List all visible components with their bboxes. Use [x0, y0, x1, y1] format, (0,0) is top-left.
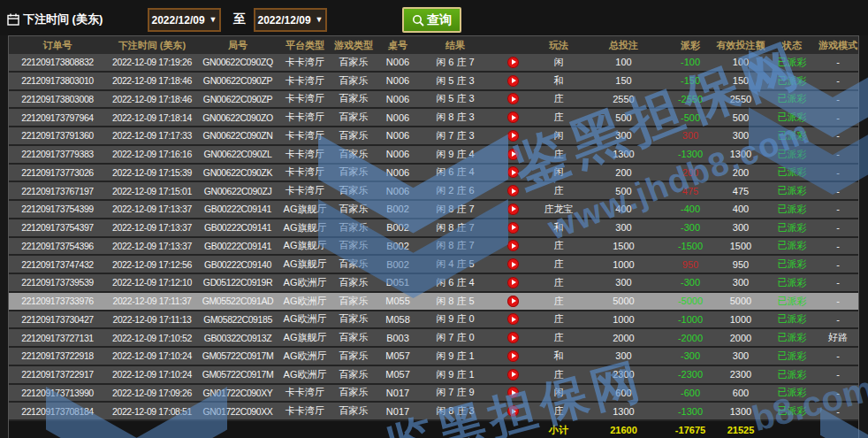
cell-valid-bet: 300 [715, 277, 766, 288]
table-row[interactable]: 221209173791360 2022-12-09 17:17:33 GN00… [9, 127, 858, 146]
cell-table-no: N006 [375, 130, 421, 141]
cell-game-mode: - [818, 186, 858, 196]
cell-payout: -500 [666, 112, 715, 123]
table-row[interactable]: 221209173722917 2022-12-09 17:10:24 GM05… [9, 366, 858, 385]
cell-platform: 卡卡湾厅 [278, 56, 332, 69]
cell-status: 已派彩 [766, 404, 818, 418]
play-replay-button[interactable] [507, 166, 519, 178]
play-replay-button[interactable] [507, 185, 519, 196]
table-row[interactable]: 221209173747432 2022-12-09 17:12:56 GB00… [9, 256, 858, 274]
cell-result: 闲 8 庄 7 [421, 221, 490, 234]
bet-time-filter-label: 下注时间 (美东) [7, 12, 103, 27]
cell-game-type: 百家乐 [332, 74, 375, 88]
play-replay-button[interactable] [507, 149, 519, 160]
table-row[interactable]: 221209173803008 2022-12-09 17:18:46 GN00… [9, 91, 858, 110]
cell-bet-time: 2022-12-09 17:13:37 [106, 222, 198, 233]
cell-status: 已派彩 [766, 386, 818, 399]
play-replay-button[interactable] [507, 313, 519, 325]
cell-payout: 950 [666, 259, 715, 270]
cell-valid-bet: 2000 [715, 333, 766, 343]
cell-valid-bet: 100 [715, 57, 766, 67]
table-row[interactable]: 221209173708184 2022-12-09 17:08:51 GN01… [9, 403, 858, 421]
table-row[interactable]: 221209173779383 2022-12-09 17:16:16 GN00… [9, 146, 858, 165]
cell-game-mode: 好路 [818, 331, 858, 344]
chevron-down-icon: ▼ [209, 16, 217, 24]
cell-bet-time: 2022-12-09 17:18:46 [106, 75, 198, 86]
cell-replay [490, 277, 536, 288]
table-row[interactable]: 221209173803010 2022-12-09 17:18:46 GN00… [9, 73, 858, 91]
play-replay-button[interactable] [507, 405, 519, 417]
cell-game-mode: - [818, 259, 858, 270]
play-replay-button[interactable] [507, 204, 519, 215]
cell-play-type: 闲 [536, 386, 582, 399]
play-replay-button[interactable] [507, 277, 519, 288]
cell-valid-bet: 150 [715, 75, 766, 86]
table-row[interactable]: 221209173733976 2022-12-09 17:11:37 GM05… [9, 293, 858, 311]
play-replay-button[interactable] [507, 332, 519, 343]
cell-platform: AG旗舰厅 [278, 257, 332, 271]
play-replay-button[interactable] [507, 57, 519, 68]
play-replay-button[interactable] [507, 222, 519, 234]
table-row[interactable]: 221209173739539 2022-12-09 17:12:10 GD05… [9, 274, 858, 293]
header-status: 状态 [766, 39, 818, 52]
search-button-label: 查询 [427, 12, 452, 28]
play-replay-button[interactable] [507, 387, 519, 398]
cell-game-type: 百家乐 [332, 386, 375, 399]
cell-result: 闲 4 庄 5 [421, 257, 490, 271]
cell-total-bet: 1300 [582, 406, 666, 417]
search-button[interactable]: 查询 [402, 7, 461, 33]
cell-order-no: 221209173722917 [9, 369, 106, 380]
table-row[interactable]: 221209173754399 2022-12-09 17:13:37 GB00… [9, 201, 858, 219]
cell-platform: 卡卡湾厅 [278, 404, 332, 418]
table-row[interactable]: 221209173808832 2022-12-09 17:19:26 GN00… [9, 54, 858, 73]
cell-round-no: GB00222C09140 [198, 259, 278, 270]
play-replay-button[interactable] [507, 111, 519, 123]
cell-result: 闲 9 庄 1 [421, 350, 490, 363]
cell-order-no: 221209173803008 [9, 94, 106, 104]
table-row[interactable]: 221209173713990 2022-12-09 17:09:26 GN01… [9, 385, 858, 403]
cell-total-bet: 1300 [582, 149, 666, 159]
cell-order-no: 221209173722918 [9, 350, 106, 361]
cell-table-no: N006 [375, 149, 421, 159]
table-row[interactable]: 221209173767197 2022-12-09 17:15:01 GN00… [9, 182, 858, 201]
cell-replay [490, 350, 536, 362]
cell-play-type: 庄 [536, 257, 582, 271]
cell-replay [490, 111, 536, 123]
cell-play-type: 庄 [536, 368, 582, 381]
play-replay-button[interactable] [507, 240, 519, 251]
date-to-select[interactable]: 2022/12/09 ▼ [254, 8, 327, 32]
cell-replay [490, 149, 536, 160]
calendar-icon [7, 13, 19, 26]
table-row[interactable]: 221209173727131 2022-12-09 17:10:52 GB00… [9, 329, 858, 348]
cell-valid-bet: 1500 [715, 241, 766, 251]
header-round-no: 局号 [198, 39, 278, 52]
play-replay-button[interactable] [507, 350, 519, 362]
table-row[interactable]: 221209173773026 2022-12-09 17:15:39 GN00… [9, 165, 858, 183]
cell-result: 闲 8 庄 3 [421, 111, 490, 124]
table-row[interactable]: 221209173722918 2022-12-09 17:10:24 GM05… [9, 348, 858, 366]
play-replay-button[interactable] [507, 75, 519, 87]
play-replay-button[interactable] [507, 130, 519, 142]
cell-table-no: B002 [375, 259, 421, 270]
date-from-select[interactable]: 2022/12/09 ▼ [148, 8, 221, 32]
play-replay-button[interactable] [507, 93, 519, 104]
cell-round-no: GN00622C090ZK [198, 167, 278, 178]
cell-payout: -2300 [666, 369, 715, 380]
table-row[interactable]: 221209173754396 2022-12-09 17:13:37 GB00… [9, 238, 858, 257]
play-replay-button[interactable] [507, 369, 519, 380]
table-row[interactable]: 221209173730427 2022-12-09 17:11:13 GM05… [9, 311, 858, 330]
cell-game-mode: - [818, 277, 858, 288]
table-row[interactable]: 221209173754397 2022-12-09 17:13:37 GB00… [9, 219, 858, 238]
cell-platform: 卡卡湾厅 [278, 184, 332, 197]
cell-order-no: 221209173808832 [9, 57, 106, 67]
header-bet-time: 下注时间 (美东) [106, 39, 198, 52]
cell-valid-bet: 1300 [715, 406, 766, 417]
cell-status: 已派彩 [766, 312, 818, 326]
play-replay-button[interactable] [507, 296, 519, 307]
play-replay-button[interactable] [507, 258, 519, 270]
cell-result: 闲 6 庄 7 [421, 56, 490, 69]
table-row[interactable]: 221209173797964 2022-12-09 17:18:14 GN00… [9, 109, 858, 127]
cell-total-bet: 2550 [582, 94, 666, 104]
cell-payout: -1300 [666, 406, 715, 417]
cell-payout: -5000 [666, 296, 715, 306]
